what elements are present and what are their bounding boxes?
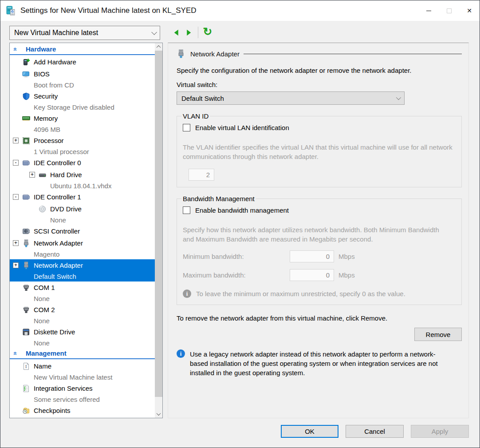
min-bandwidth-label: Minimum bandwidth:	[183, 253, 290, 260]
enable-vlan-checkbox[interactable]	[183, 124, 190, 131]
item-label: Network Adapter	[34, 239, 83, 247]
sidebar-item-dvd-drive[interactable]: DVD Drive	[10, 203, 155, 215]
sidebar-item-integration-services[interactable]: Integration Services	[10, 382, 155, 394]
sidebar-item-bios[interactable]: BIOS	[10, 68, 155, 80]
memory-icon	[22, 115, 30, 123]
chevron-down-icon	[396, 95, 401, 100]
item-sublabel: Disabled	[10, 416, 155, 418]
forward-button[interactable]	[182, 26, 195, 39]
sidebar-item-hard-drive[interactable]: +Hard Drive	[10, 169, 155, 181]
sidebar-item-com-1[interactable]: COM 1	[10, 281, 155, 293]
collapse-minus-icon[interactable]: -	[13, 160, 19, 166]
expand-spacer	[13, 59, 19, 65]
window-title: Settings for New Virtual Machine latest …	[20, 6, 197, 15]
refresh-icon: ↻	[203, 26, 212, 37]
expand-plus-icon[interactable]: +	[13, 240, 19, 246]
expand-plus-icon[interactable]: +	[13, 262, 19, 268]
item-sublabel: Default Switch	[10, 271, 155, 281]
item-label: BIOS	[34, 70, 50, 78]
expand-spacer	[13, 285, 19, 290]
item-sublabel: None	[10, 215, 155, 225]
sidebar-section-management[interactable]: «Management	[10, 348, 155, 359]
sidebar-item-ide-controller-1[interactable]: -IDE Controller 1	[10, 191, 155, 203]
remove-button[interactable]: Remove	[414, 328, 462, 341]
item-label: Hard Drive	[50, 171, 82, 178]
sidebar-item-scsi-controller[interactable]: SCSI Controller	[10, 225, 155, 237]
collapse-minus-icon[interactable]: -	[13, 194, 19, 200]
vm-selector[interactable]: New Virtual Machine latest	[9, 26, 160, 40]
network-adapter-icon	[22, 239, 30, 247]
forward-arrow-icon	[185, 28, 193, 37]
scrollbar-thumb[interactable]	[155, 51, 162, 397]
expand-spacer	[13, 115, 19, 121]
enable-vlan-label: Enable virtual LAN identification	[195, 124, 289, 131]
item-sublabel: Some services offered	[10, 394, 155, 404]
tree-scrollbar[interactable]	[155, 43, 162, 418]
sidebar-item-memory[interactable]: Memory	[10, 112, 155, 124]
vm-selector-value: New Virtual Machine latest	[14, 29, 98, 37]
chevron-down-icon	[151, 29, 157, 35]
item-label: DVD Drive	[50, 205, 82, 213]
sidebar-item-name[interactable]: IName	[10, 360, 155, 372]
double-chevron-up-icon[interactable]: «	[11, 348, 20, 359]
item-label: Integration Services	[34, 385, 93, 392]
refresh-button[interactable]: ↻	[201, 26, 214, 39]
item-label: SCSI Controller	[34, 227, 80, 235]
bandwidth-note: To leave the minimum or maximum unrestri…	[196, 289, 405, 298]
expand-spacer	[13, 385, 19, 391]
bios-icon	[22, 70, 30, 78]
minimize-button[interactable]	[418, 0, 439, 21]
sidebar-item-security[interactable]: Security	[10, 90, 155, 102]
expand-spacer	[13, 228, 19, 234]
apply-button: Apply	[411, 425, 469, 438]
sidebar-item-ide-controller-0[interactable]: -IDE Controller 0	[10, 157, 155, 169]
sidebar-item-network-adapter[interactable]: +Network Adapter	[10, 237, 155, 249]
close-icon: ✕	[467, 8, 472, 14]
sidebar-item-com-2[interactable]: COM 2	[10, 304, 155, 316]
min-bandwidth-input[interactable]	[290, 250, 334, 262]
scroll-up-icon[interactable]	[155, 43, 162, 51]
sidebar-item-diskette-drive[interactable]: Diskette Drive	[10, 326, 155, 338]
sidebar-section-hardware[interactable]: «Hardware	[10, 44, 155, 55]
virtual-switch-select[interactable]: Default Switch	[177, 91, 405, 105]
bandwidth-description: Specify how this network adapter utilize…	[183, 225, 449, 244]
sidebar-item-processor[interactable]: +Processor	[10, 135, 155, 147]
maximize-button	[439, 0, 459, 21]
item-label: Processor	[34, 137, 64, 144]
expand-plus-icon[interactable]: +	[13, 138, 19, 143]
close-button[interactable]: ✕	[459, 0, 480, 21]
bandwidth-group-legend: Bandwidth Management	[181, 195, 256, 202]
minimize-icon	[426, 11, 431, 11]
item-sublabel: Boot from CD	[10, 80, 155, 90]
settings-tree-panel: «HardwareAdd HardwareBIOSBoot from CDSec…	[9, 43, 163, 418]
hard-drive-icon	[39, 171, 47, 179]
item-label: Add Hardware	[34, 58, 76, 66]
min-bandwidth-unit: Mbps	[338, 253, 355, 260]
scroll-down-icon[interactable]	[155, 410, 162, 418]
processor-icon	[22, 137, 30, 145]
back-button[interactable]	[170, 26, 182, 39]
sidebar-item-network-adapter[interactable]: +Network Adapter	[10, 259, 155, 271]
max-bandwidth-input[interactable]	[290, 269, 334, 281]
item-sublabel: 4096 MB	[10, 124, 155, 135]
item-label: Memory	[34, 115, 58, 122]
vlan-id-input[interactable]	[189, 169, 214, 181]
app-icon	[6, 6, 16, 16]
com-port-icon	[22, 306, 30, 314]
ok-button[interactable]: OK	[281, 425, 338, 438]
item-sublabel: 1 Virtual processor	[10, 147, 155, 157]
toolbar: New Virtual Machine latest ↻	[0, 21, 480, 43]
item-label: COM 2	[34, 306, 55, 313]
item-label: Security	[34, 92, 58, 100]
info-icon: i	[183, 289, 191, 298]
cancel-button[interactable]: Cancel	[346, 425, 404, 438]
enable-bandwidth-checkbox[interactable]	[183, 206, 190, 214]
double-chevron-up-icon[interactable]: «	[11, 44, 20, 55]
expand-plus-icon[interactable]: +	[29, 172, 35, 178]
sidebar-item-add-hardware[interactable]: Add Hardware	[10, 56, 155, 68]
sidebar-item-checkpoints[interactable]: Checkpoints	[10, 404, 155, 416]
checkpoints-icon	[22, 407, 30, 415]
remove-instruction: To remove the network adapter from this …	[177, 314, 462, 322]
network-adapter-icon	[22, 262, 30, 270]
header-rule	[244, 54, 462, 54]
